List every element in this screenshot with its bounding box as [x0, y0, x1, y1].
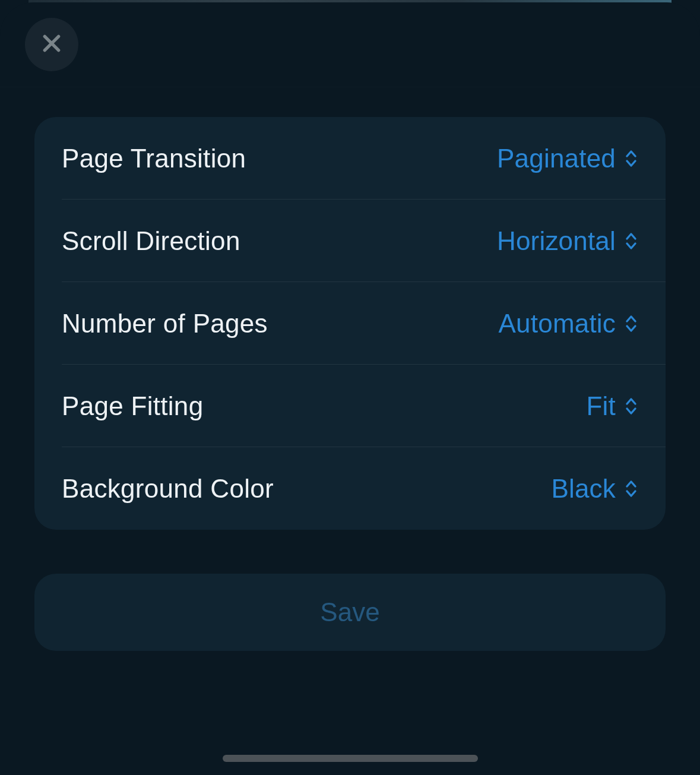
setting-value-wrap: Paginated — [497, 144, 638, 173]
home-indicator — [223, 755, 478, 762]
setting-value-wrap: Horizontal — [497, 226, 638, 256]
settings-sheet: Page Transition Paginated Scroll Directi… — [0, 2, 700, 775]
setting-value-wrap: Fit — [587, 391, 638, 421]
setting-value: Horizontal — [497, 226, 616, 256]
setting-label: Page Fitting — [62, 391, 203, 421]
chevron-up-down-icon — [624, 314, 638, 334]
setting-value-wrap: Automatic — [499, 309, 638, 339]
setting-value: Automatic — [499, 309, 616, 339]
setting-row-page-fitting[interactable]: Page Fitting Fit — [34, 365, 666, 447]
setting-row-background-color[interactable]: Background Color Black — [34, 447, 666, 530]
sheet-content: Page Transition Paginated Scroll Directi… — [0, 87, 700, 651]
close-icon — [40, 31, 64, 58]
settings-card: Page Transition Paginated Scroll Directi… — [34, 117, 666, 530]
setting-value: Fit — [587, 391, 616, 421]
chevron-up-down-icon — [624, 479, 638, 499]
close-button[interactable] — [25, 18, 78, 71]
setting-label: Page Transition — [62, 144, 246, 173]
setting-row-number-of-pages[interactable]: Number of Pages Automatic — [34, 282, 666, 365]
chevron-up-down-icon — [624, 148, 638, 169]
chevron-up-down-icon — [624, 396, 638, 416]
setting-row-scroll-direction[interactable]: Scroll Direction Horizontal — [34, 200, 666, 282]
sheet-header — [0, 2, 700, 87]
setting-value: Paginated — [497, 144, 616, 173]
setting-row-page-transition[interactable]: Page Transition Paginated — [34, 117, 666, 200]
save-button[interactable]: Save — [34, 574, 666, 651]
setting-value-wrap: Black — [551, 474, 638, 504]
setting-label: Background Color — [62, 474, 274, 504]
chevron-up-down-icon — [624, 231, 638, 251]
setting-label: Scroll Direction — [62, 226, 240, 256]
save-button-label: Save — [320, 597, 379, 627]
setting-value: Black — [551, 474, 616, 504]
setting-label: Number of Pages — [62, 309, 268, 339]
